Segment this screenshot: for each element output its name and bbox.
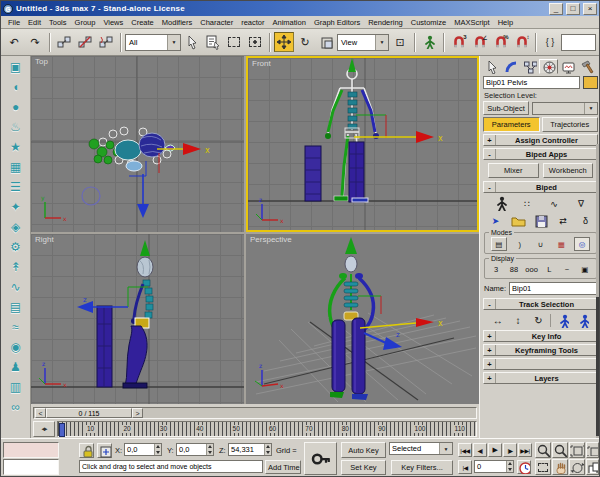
time-slider-handle[interactable]: < 0 / 115 > [35,408,143,418]
use-pivot-point-center-button[interactable]: ⊡ [390,32,410,52]
maximize-button[interactable]: □ [566,3,580,15]
rollout-keyframing-tools[interactable]: +Keyframing Tools [483,344,598,356]
load-file-button[interactable] [509,213,527,228]
region-zoom-button[interactable] [535,459,551,475]
in-place-mode-button[interactable]: ◎ [574,237,590,251]
convert-button[interactable]: ⇄ [554,213,572,228]
snaps-toggle[interactable]: 3 [448,32,468,52]
menu-item[interactable]: Help [494,18,517,27]
tab-display[interactable] [558,59,577,74]
previous-frame-button[interactable]: ◀| [473,443,487,457]
angle-snap-toggle[interactable]: ∠ [469,32,489,52]
body-rotation-button[interactable]: ↻ [530,313,547,328]
shelf-icon[interactable]: ★ [4,137,28,157]
redo-button[interactable]: ↷ [25,32,45,52]
save-file-button[interactable] [532,213,550,228]
menu-item[interactable]: Edit [24,18,45,27]
viewport-front[interactable]: Front [246,56,479,232]
rollout-copy-paste[interactable]: + [483,358,598,370]
select-object-button[interactable] [182,32,202,52]
sub-object-button[interactable]: Sub-Object [483,101,529,115]
move-all-mode-button[interactable]: δ [577,213,595,228]
viewport-right[interactable]: Right z zx [31,234,244,404]
window-crossing-toggle[interactable] [245,32,265,52]
selection-lock-toggle[interactable] [79,443,94,458]
show-footsteps-button[interactable]: ooo [524,263,539,276]
menu-item[interactable]: Customize [407,18,450,27]
rollout-assign-controller[interactable]: +Assign Controller [483,134,598,146]
min-max-toggle-button[interactable] [586,459,599,475]
tab-utilities[interactable] [577,59,596,74]
body-vertical-button[interactable]: ↕ [510,313,527,328]
add-time-tag-button[interactable]: Add Time Tag [265,460,301,474]
dropdown-arrow-icon[interactable]: ▼ [439,443,452,454]
object-color-swatch[interactable] [583,76,598,89]
lock-com-keying-button[interactable] [554,313,571,328]
body-horizontal-button[interactable]: ↔ [489,313,506,328]
viewport-front-label[interactable]: Front [252,59,271,68]
select-and-link-button[interactable] [54,32,74,52]
buffer-mode-button[interactable]: ▤ [491,237,507,251]
scale-stride-mode-button[interactable]: ▦ [553,237,569,251]
menu-item[interactable]: reactor [237,18,268,27]
maxscript-mini-listener-white[interactable] [3,459,59,475]
shelf-icon[interactable]: ↟ [4,257,28,277]
shelf-icon[interactable]: ▣ [4,57,28,77]
viewport-top[interactable]: Top x yx [31,56,244,232]
key-filters-button[interactable]: Key Filters... [391,460,453,475]
previous-frame-arrow[interactable]: < [35,408,46,418]
show-objects-button[interactable]: 88 [506,263,521,276]
viewport-right-label[interactable]: Right [35,235,54,244]
shelf-icon[interactable]: ▦ [4,157,28,177]
absolute-offset-toggle[interactable] [97,443,112,458]
shelf-icon[interactable]: ≈ [4,317,28,337]
show-bones-button[interactable]: 3 [489,263,504,276]
tab-hierarchy[interactable] [520,59,539,74]
shelf-icon[interactable]: ◈ [4,217,28,237]
show-trajectories-button[interactable]: ~ [560,263,575,276]
shelf-icon[interactable]: ♟ [4,357,28,377]
shelf-icon[interactable]: ● [4,97,28,117]
next-frame-button[interactable]: |▶ [503,443,517,457]
arc-rotate-button[interactable] [569,459,585,475]
frame-spinner[interactable] [506,460,513,473]
menu-item[interactable]: Create [127,18,158,27]
rollout-layers[interactable]: +Layers [483,372,598,384]
menu-item[interactable]: Group [71,18,100,27]
dropdown-arrow-icon[interactable]: ▼ [584,103,597,114]
viewport-perspective-label[interactable]: Perspective [250,235,292,244]
menu-item[interactable]: Tools [45,18,71,27]
panel-scrollbar-thumb[interactable] [596,297,600,436]
time-slider-track[interactable]: < 0 / 115 > [33,407,477,419]
open-mini-curve-editor-button[interactable]: ◂▸ [33,421,55,437]
viewport-perspective[interactable]: Perspective [246,234,479,404]
shelf-icon[interactable]: ◉ [4,337,28,357]
shelf-icon[interactable]: ∞ [4,397,28,417]
trajectories-tab-button[interactable]: Trajectories [542,117,599,132]
close-button[interactable]: × [583,3,597,15]
zoom-extents-button[interactable] [569,442,585,458]
maxscript-mini-listener-pink[interactable] [3,442,59,458]
named-selection-sets-button[interactable]: { } [540,32,560,52]
menu-item[interactable]: Character [196,18,237,27]
show-leg-states-button[interactable]: L [542,263,557,276]
tab-motion[interactable] [539,59,558,74]
go-to-end-button[interactable]: ▶▶| [518,443,532,457]
select-and-move-button[interactable] [274,32,294,52]
set-key-button[interactable]: Set Key [341,460,386,475]
play-animation-button[interactable]: ▶ [488,443,502,457]
auto-key-button[interactable]: Auto Key [341,442,386,458]
time-configuration-button[interactable] [517,460,531,474]
current-frame-marker[interactable] [59,423,65,437]
dropdown-arrow-icon[interactable]: ▼ [167,35,180,50]
spinner-snap-toggle[interactable]: ↕ [511,32,531,52]
shelf-icon[interactable]: ▥ [4,377,28,397]
shelf-icon[interactable]: ⚙ [4,237,28,257]
menu-item[interactable]: Modifiers [158,18,196,27]
pan-view-button[interactable] [552,459,568,475]
shelf-icon[interactable]: ✦ [4,197,28,217]
named-selection-sets-field[interactable] [561,34,596,51]
unlink-selection-button[interactable] [75,32,95,52]
zoom-button[interactable] [535,442,551,458]
footstep-mode-button[interactable]: ∷ [518,196,536,211]
